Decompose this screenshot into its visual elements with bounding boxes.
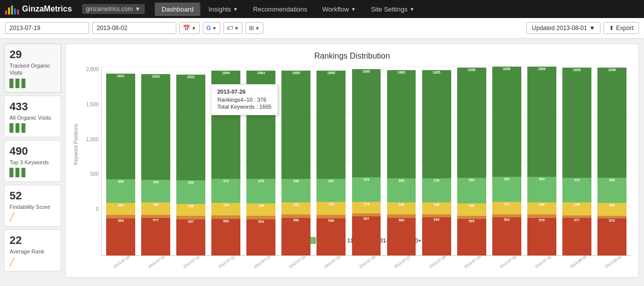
chart-title: Rankings Distribution [73, 52, 631, 61]
export-button[interactable]: ⬆ Export [603, 22, 639, 34]
bar-label-r11_30: 183 [281, 203, 310, 206]
logo-text: GinzaMetrics [22, 5, 72, 14]
bar-segment-r4_10: 382 [492, 177, 521, 202]
tag-button[interactable]: 🏷 ▼ [223, 22, 242, 34]
bar-segment-r31_50 [352, 213, 381, 216]
line-chart-icon: ╱ [10, 212, 56, 222]
bar-label-r4_10: 375 [246, 179, 275, 183]
tooltip: 2013-07-26 Rankings4–10 : 376 Total Keyw… [211, 84, 278, 115]
bar-group-12[interactable]: 5761863941696 [525, 67, 559, 255]
calendar-caret: ▼ [191, 26, 196, 31]
bar-label-r50p: 580 [387, 218, 416, 222]
nav-dashboard-label: Dashboard [162, 6, 194, 13]
date-start-input[interactable] [5, 22, 89, 34]
bar-segment-r4_10: 370 [422, 178, 451, 202]
bar-label-r50p: 585 [422, 218, 451, 221]
sidebar: 29Tracked Organic Visits▋▋▋433All Organi… [0, 39, 65, 282]
bar-label-top3: 1665 [352, 70, 381, 73]
bar-label-r11_30: 194 [211, 203, 240, 207]
bar-group-14[interactable]: 5702023861696 [595, 67, 629, 255]
bar-segment-r50p: 580 [281, 218, 310, 255]
stat-card-4[interactable]: 22Average Rank╱ [4, 229, 61, 271]
bar-label-r11_30: 190 [141, 203, 170, 206]
date-end-input[interactable] [92, 22, 176, 34]
nav-dashboard[interactable]: Dashboard [155, 3, 201, 16]
bar-segment-r50p: 580 [387, 218, 416, 255]
google-button[interactable]: G ▼ [203, 22, 220, 34]
bar-group-11[interactable]: 5831913821696 [490, 67, 524, 255]
bar-segment-r31_50 [527, 214, 556, 218]
bar-segment-r50p: 568 [316, 218, 346, 255]
bar-label-r11_30: 188 [387, 203, 416, 206]
bar-label-r50p: 577 [141, 218, 170, 222]
bar-segment-r4_10: 379 [562, 178, 591, 202]
bar-segment-r4_10: 343 [141, 180, 170, 202]
bar-stack-2: 5571883591621 [176, 75, 205, 255]
bar-label-r50p: 580 [281, 218, 310, 222]
bar-label-r50p: 576 [527, 218, 556, 222]
nav-insights-label: Insights [208, 6, 231, 13]
bar-group-1[interactable]: 5771903431626 [139, 67, 173, 255]
bar-segment-r11_30: 199 [562, 202, 591, 215]
bar-label-top3: 1696 [562, 68, 591, 72]
y-tick: 500 [81, 171, 99, 177]
bar-label-r50p: 568 [316, 219, 346, 222]
site-badge-caret: ▼ [135, 6, 141, 13]
bar-segment-top3: 1665 [281, 71, 310, 179]
bar-label-top3: 1626 [141, 75, 170, 78]
bar-segment-r50p: 554 [246, 219, 275, 255]
bar-group-7[interactable]: 5971793761665 [349, 67, 383, 255]
bar-segment-top3: 1626 [141, 74, 170, 180]
bar-group-5[interactable]: 5801833591665 [279, 67, 313, 255]
bar-segment-r11_30: 183 [106, 203, 135, 215]
bar-segment-top3: 1696 [562, 68, 591, 178]
nav-site-settings-caret: ▼ [410, 7, 415, 12]
bar-group-2[interactable]: 5571883591621 [174, 67, 208, 255]
bar-group-0[interactable]: 5691833591621 [104, 67, 138, 255]
bar-segment-r31_50 [141, 215, 170, 218]
nav-insights-caret: ▼ [233, 7, 238, 12]
nav-site-settings-label: Site Settings [371, 6, 408, 13]
bar-group-8[interactable]: 5801883681665 [385, 67, 419, 255]
calendar-button[interactable]: 📅 ▼ [179, 22, 200, 34]
stat-card-0[interactable]: 29Tracked Organic Visits▋▋▋ [4, 44, 61, 93]
tooltip-row1: Rankings4–10 : 376 [217, 97, 271, 103]
y-tick: 0 [81, 206, 99, 212]
bar-segment-top3: 1696 [492, 67, 521, 177]
bar-segment-r4_10: 359 [176, 180, 205, 204]
bar-segment-r11_30: 188 [176, 204, 205, 216]
bar-segment-r11_30: 191 [492, 202, 521, 214]
nav-workflow-caret: ▼ [351, 7, 356, 12]
nav-insights[interactable]: Insights ▼ [201, 3, 245, 16]
bar-group-9[interactable]: 5851863701665 [420, 67, 454, 255]
tag-icon: 🏷 [227, 25, 233, 32]
bar-group-10[interactable]: 5651923941696 [455, 67, 489, 255]
nav-site-settings[interactable]: Site Settings ▼ [364, 3, 422, 16]
y-tick: 1,000 [81, 137, 99, 142]
main-content: 29Tracked Organic Visits▋▋▋433All Organi… [0, 39, 644, 282]
bar-segment-r31_50 [316, 215, 346, 218]
bar-group-6[interactable]: 5681993571665 [314, 67, 348, 255]
stat-card-1[interactable]: 433All Organic Visits▋▋▋ [4, 96, 61, 137]
bar-segment-r4_10: 359 [281, 179, 310, 202]
stat-number-4: 22 [10, 234, 56, 247]
tooltip-date: 2013-07-26 [217, 89, 271, 95]
stat-number-0: 29 [10, 48, 56, 61]
stat-card-2[interactable]: 490Top 3 Keywords▋▋▋ [4, 140, 61, 182]
stat-card-3[interactable]: 52Findability Score╱ [4, 185, 61, 226]
bar-label-top3: 1664 [211, 71, 240, 75]
bar-segment-r11_30: 196 [246, 203, 275, 216]
site-badge[interactable]: ginzametrics.com ▼ [82, 4, 145, 14]
nav-recommendations[interactable]: Recommendations [246, 3, 314, 16]
grid-button[interactable]: ⊞ ▼ [245, 22, 263, 34]
bar-label-top3: 1621 [176, 75, 205, 79]
export-label: Export [616, 25, 633, 32]
bar-group-13[interactable]: 5771993791696 [560, 67, 594, 255]
logo-icon [5, 4, 19, 15]
bar-label-r11_30: 196 [246, 204, 275, 207]
bar-label-r50p: 570 [597, 219, 626, 222]
nav-workflow[interactable]: Workflow ▼ [315, 3, 363, 16]
bar-label-r4_10: 382 [492, 177, 521, 181]
bar-stack-7: 5971793761665 [352, 69, 381, 255]
stat-label-3: Findability Score [10, 203, 56, 210]
